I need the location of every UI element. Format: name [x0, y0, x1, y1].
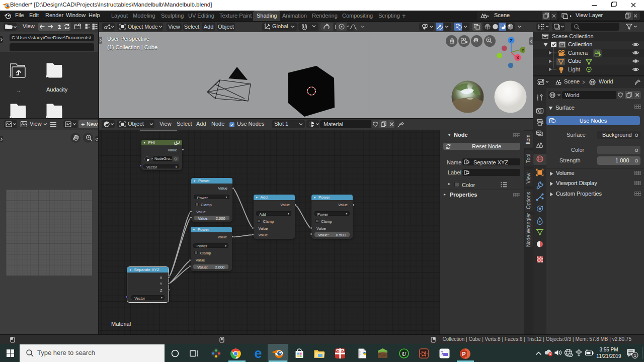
svg-text:X: X [516, 55, 519, 60]
svg-text:P: P [462, 351, 465, 357]
svg-text:Y: Y [521, 48, 524, 53]
svg-text:1: 1 [634, 353, 636, 358]
svg-text:U: U [402, 350, 407, 357]
svg-text:Z: Z [510, 38, 513, 43]
svg-text:e: e [254, 347, 262, 360]
